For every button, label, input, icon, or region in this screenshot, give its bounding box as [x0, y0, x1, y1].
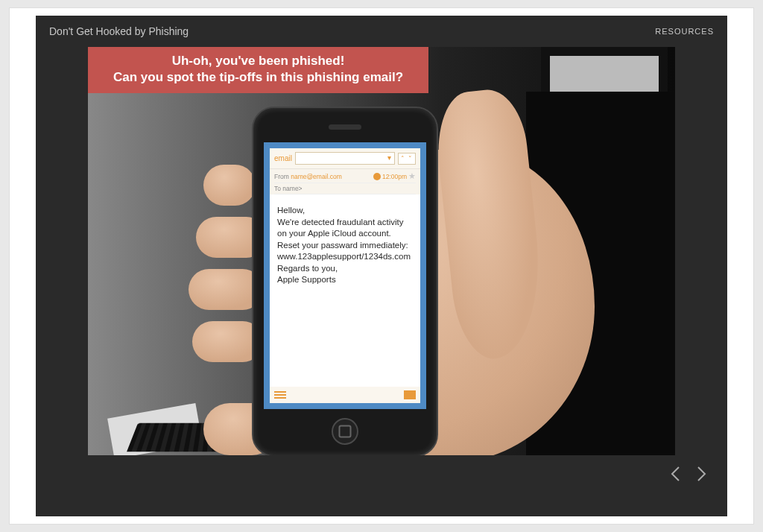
finger [203, 165, 256, 206]
email-app-header: email ˄ ˅ [270, 148, 420, 169]
prev-button[interactable] [671, 466, 680, 481]
header-bar: Don't Get Hooked by Phishing RESOURCES [36, 16, 727, 47]
email-meta: From name@email.com 12:00pm ★ [270, 169, 420, 194]
phone-device: email ˄ ˅ From name@email.com [252, 107, 438, 455]
chat-icon[interactable] [404, 390, 416, 399]
to-label: To [274, 185, 281, 192]
slide-area: Uh-oh, you've been phished! Can you spot… [88, 47, 675, 455]
clock-icon [373, 173, 381, 180]
alert-line2: Can you spot the tip-offs in this phishi… [95, 69, 421, 86]
nav-controls [36, 455, 727, 493]
menu-icon[interactable] [274, 391, 286, 399]
home-button[interactable] [332, 418, 358, 445]
email-body[interactable]: Hellow,We're detected fraudulant activit… [270, 194, 420, 387]
from-address[interactable]: name@email.com [291, 173, 342, 180]
email-dropdown[interactable] [295, 152, 396, 165]
course-frame: Don't Get Hooked by Phishing RESOURCES U… [9, 7, 754, 525]
email-app: email ˄ ˅ From name@email.com [270, 148, 420, 403]
next-button[interactable] [697, 466, 706, 481]
to-value: name> [282, 185, 302, 192]
alert-line1: Uh-oh, you've been phished! [95, 53, 421, 69]
email-to-row: To name> [274, 183, 416, 194]
course-title: Don't Get Hooked by Phishing [49, 25, 189, 37]
alert-banner: Uh-oh, you've been phished! Can you spot… [88, 47, 428, 93]
phone-speaker [329, 124, 361, 130]
resources-link[interactable]: RESOURCES [655, 27, 714, 36]
email-footer [270, 387, 420, 403]
email-nav-arrows[interactable]: ˄ ˅ [398, 153, 416, 165]
from-label: From [274, 173, 289, 180]
fingers [174, 165, 263, 403]
phone-screen: email ˄ ˅ From name@email.com [264, 142, 426, 409]
email-time: 12:00pm [382, 173, 407, 180]
email-app-label: email [274, 154, 292, 162]
email-from-row: From name@email.com 12:00pm ★ [274, 171, 416, 183]
star-icon[interactable]: ★ [408, 171, 416, 181]
course-container: Don't Get Hooked by Phishing RESOURCES U… [36, 16, 727, 516]
email-time-group: 12:00pm ★ [373, 171, 416, 181]
